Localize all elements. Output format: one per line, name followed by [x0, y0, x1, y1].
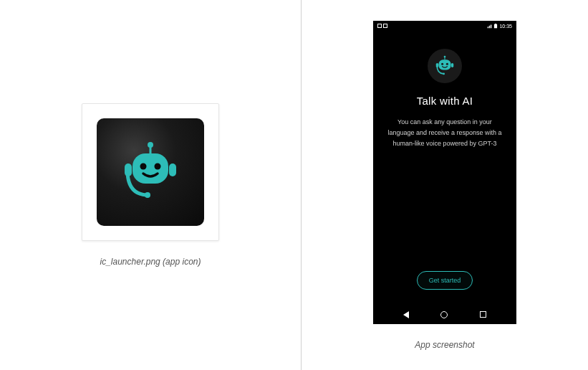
svg-point-4: [155, 163, 161, 170]
get-started-button[interactable]: Get started: [417, 271, 473, 290]
svg-rect-9: [495, 24, 496, 24]
svg-rect-15: [436, 62, 438, 67]
app-icon-card: [82, 103, 219, 241]
svg-point-13: [441, 62, 443, 65]
home-icon[interactable]: [440, 311, 448, 318]
svg-point-7: [145, 192, 150, 198]
svg-rect-11: [444, 57, 445, 59]
signal-icon: [487, 24, 492, 29]
status-time: 10:35: [499, 24, 512, 29]
svg-rect-16: [451, 62, 453, 67]
android-nav-bar: [373, 305, 516, 324]
svg-point-3: [140, 163, 147, 170]
svg-point-14: [446, 62, 448, 65]
status-indicator-icon: [383, 24, 387, 28]
svg-rect-2: [132, 153, 168, 184]
status-indicator-icon: [377, 24, 382, 28]
right-panel: 10:35 Talk with AI You can as: [302, 0, 588, 370]
svg-rect-1: [150, 146, 152, 153]
left-panel: ic_launcher.png (app icon): [0, 0, 301, 370]
status-left: [377, 24, 387, 28]
screenshot-caption: App screenshot: [415, 340, 474, 350]
app-logo: [428, 49, 462, 83]
app-icon-caption: ic_launcher.png (app icon): [100, 257, 201, 267]
svg-rect-6: [169, 163, 176, 176]
svg-point-17: [443, 72, 445, 75]
status-right: 10:35: [487, 24, 512, 29]
back-icon[interactable]: [403, 311, 409, 318]
onboarding-title: Talk with AI: [417, 95, 473, 107]
svg-rect-12: [439, 60, 451, 70]
robot-icon: [433, 54, 457, 78]
phone-frame: 10:35 Talk with AI You can as: [373, 21, 516, 324]
app-icon: [97, 118, 204, 226]
recents-icon[interactable]: [480, 311, 486, 318]
svg-rect-5: [125, 163, 132, 176]
status-bar: 10:35: [373, 21, 516, 32]
onboarding-description: You can ask any question in your languag…: [386, 117, 504, 150]
battery-icon: [493, 24, 498, 29]
robot-icon: [115, 136, 186, 208]
svg-rect-8: [494, 24, 497, 28]
phone-content: Talk with AI You can ask any question in…: [373, 32, 516, 305]
